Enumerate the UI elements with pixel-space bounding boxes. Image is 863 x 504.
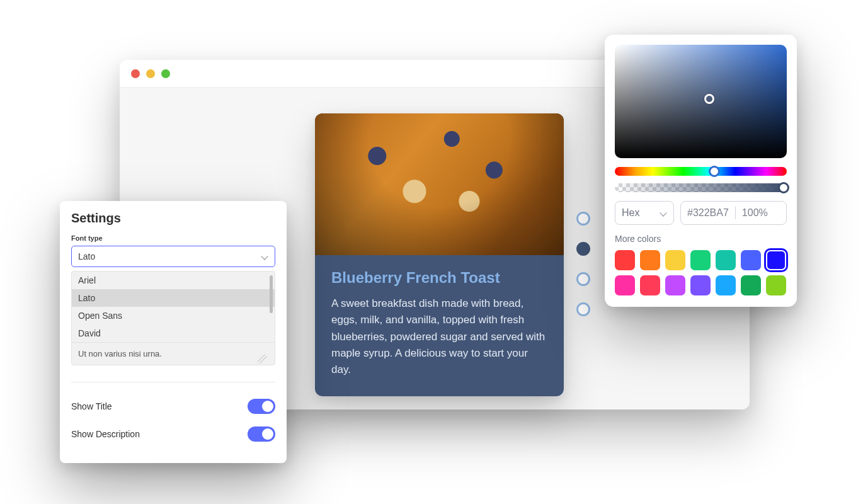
chevron-down-icon [261, 253, 268, 260]
toggle-show-title-label: Show Title [71, 401, 112, 411]
recipe-card: Blueberry French Toast A sweet breakfast… [315, 113, 564, 396]
recipe-image [315, 113, 564, 255]
swatch-6[interactable] [766, 250, 786, 270]
hue-slider[interactable] [615, 167, 787, 176]
color-saturation-box[interactable] [615, 45, 787, 158]
pager-dot-1[interactable] [576, 242, 590, 256]
card-pager [576, 212, 590, 316]
window-close-dot[interactable] [131, 69, 140, 78]
swatch-8[interactable] [640, 275, 660, 295]
font-option-0[interactable]: Ariel [72, 272, 275, 289]
swatch-9[interactable] [665, 275, 685, 295]
dropdown-placeholder-text: Ut non varius nisi urna. [78, 349, 162, 358]
toggle-show-description-row: Show Description [71, 420, 275, 448]
swatch-12[interactable] [741, 275, 761, 295]
settings-title: Settings [71, 211, 275, 226]
color-opacity-value: 100% [742, 207, 768, 219]
font-type-dropdown: Ariel Lato Open Sans David Ut non varius… [71, 271, 275, 365]
window-maximize-dot[interactable] [161, 69, 170, 78]
dropdown-scrollbar[interactable] [270, 275, 273, 313]
swatch-5[interactable] [741, 250, 761, 270]
pager-dot-3[interactable] [576, 302, 590, 316]
font-option-1[interactable]: Lato [72, 289, 275, 307]
hue-slider-thumb[interactable] [709, 166, 720, 177]
dropdown-footer: Ut non varius nisi urna. [72, 342, 275, 365]
chevron-down-icon [660, 209, 667, 217]
color-swatches [615, 250, 787, 295]
swatch-1[interactable] [640, 250, 660, 270]
color-picker-panel: Hex #322BA7 100% More colors [605, 35, 797, 307]
toggle-show-description[interactable] [248, 427, 275, 442]
resize-grip-icon[interactable] [260, 350, 268, 358]
swatch-7[interactable] [615, 275, 635, 295]
font-type-select[interactable]: Lato [71, 246, 275, 267]
font-option-2[interactable]: Open Sans [72, 307, 275, 324]
recipe-body: Blueberry French Toast A sweet breakfast… [315, 255, 564, 396]
color-hex-value: #322BA7 [687, 207, 729, 219]
color-sv-cursor[interactable] [704, 94, 714, 104]
window-minimize-dot[interactable] [146, 69, 155, 78]
alpha-slider-thumb[interactable] [778, 182, 789, 193]
recipe-description: A sweet breakfast dish made with bread, … [331, 295, 547, 379]
swatch-4[interactable] [716, 250, 736, 270]
swatch-0[interactable] [615, 250, 635, 270]
pager-dot-2[interactable] [576, 272, 590, 286]
toggle-show-title-row: Show Title [71, 392, 275, 420]
swatch-13[interactable] [766, 275, 786, 295]
settings-divider [71, 382, 275, 382]
font-option-3[interactable]: David [72, 324, 275, 342]
swatch-3[interactable] [690, 250, 711, 270]
swatch-10[interactable] [690, 275, 711, 295]
pager-dot-0[interactable] [576, 212, 590, 226]
swatch-11[interactable] [716, 275, 736, 295]
more-colors-label: More colors [615, 234, 787, 244]
toggle-show-title[interactable] [248, 399, 275, 414]
toggle-show-description-label: Show Description [71, 429, 140, 439]
color-mode-select[interactable]: Hex [615, 201, 674, 225]
font-type-selected-value: Lato [78, 251, 95, 261]
settings-panel: Settings Font type Lato Ariel Lato Open … [60, 201, 287, 463]
field-divider [735, 207, 736, 219]
recipe-title: Blueberry French Toast [331, 269, 547, 287]
color-mode-value: Hex [622, 207, 639, 219]
swatch-2[interactable] [665, 250, 685, 270]
font-type-label: Font type [71, 234, 275, 242]
color-hex-field[interactable]: #322BA7 100% [680, 201, 787, 225]
alpha-slider[interactable] [615, 183, 787, 192]
